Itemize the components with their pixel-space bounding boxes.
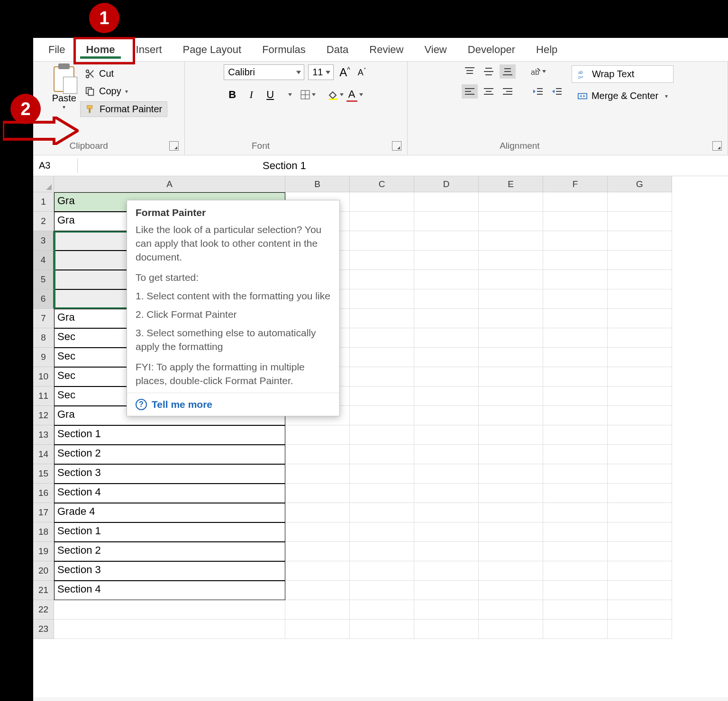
cell-F4[interactable] xyxy=(543,251,608,270)
cell-C16[interactable] xyxy=(350,484,414,503)
cell-C20[interactable] xyxy=(350,561,414,581)
cell-B19[interactable] xyxy=(285,542,350,561)
cell-F13[interactable] xyxy=(543,425,608,445)
column-header-B[interactable]: B xyxy=(285,176,350,192)
copy-dropdown-icon[interactable]: ▾ xyxy=(125,88,128,95)
cell-E18[interactable] xyxy=(479,522,543,542)
cell-B17[interactable] xyxy=(285,503,350,522)
cell-C19[interactable] xyxy=(350,542,414,561)
cell-F17[interactable] xyxy=(543,503,608,522)
cell-C1[interactable] xyxy=(350,192,414,212)
font-size-combo[interactable]: 11 xyxy=(308,64,334,80)
row-header-9[interactable]: 9 xyxy=(33,348,54,367)
column-header-A[interactable]: A xyxy=(54,176,285,192)
cut-button[interactable]: Cut xyxy=(80,66,167,81)
merge-dropdown-icon[interactable]: ▾ xyxy=(665,93,668,99)
cell-F12[interactable] xyxy=(543,406,608,425)
name-box[interactable]: A3 xyxy=(35,158,78,173)
tab-insert[interactable]: Insert xyxy=(126,39,173,61)
copy-button[interactable]: Copy ▾ xyxy=(80,84,167,99)
paste-dropdown-icon[interactable]: ▾ xyxy=(63,104,65,110)
tab-file[interactable]: File xyxy=(38,39,75,61)
clipboard-dialog-launcher[interactable] xyxy=(169,141,179,151)
cell-F1[interactable] xyxy=(543,192,608,212)
column-header-G[interactable]: G xyxy=(608,176,672,192)
cell-G1[interactable] xyxy=(608,192,672,212)
cell-A14[interactable]: Section 2 xyxy=(54,445,285,464)
cell-E11[interactable] xyxy=(479,386,543,406)
increase-indent-button[interactable] xyxy=(549,84,565,99)
paste-split-button[interactable]: Paste ▾ xyxy=(50,64,80,110)
cell-E3[interactable] xyxy=(479,231,543,251)
cell-B14[interactable] xyxy=(285,445,350,464)
tab-developer[interactable]: Developer xyxy=(457,39,526,61)
align-top-button[interactable] xyxy=(462,64,478,79)
cell-F5[interactable] xyxy=(543,270,608,289)
cell-F18[interactable] xyxy=(543,522,608,542)
cell-C21[interactable] xyxy=(350,581,414,600)
cell-E9[interactable] xyxy=(479,348,543,367)
cell-A23[interactable] xyxy=(54,620,285,639)
cell-A13[interactable]: Section 1 xyxy=(54,425,285,445)
cell-D10[interactable] xyxy=(414,367,479,386)
cell-A17[interactable]: Grade 4 xyxy=(54,503,285,522)
font-dialog-launcher[interactable] xyxy=(392,141,401,151)
orientation-button[interactable]: ab xyxy=(530,64,546,79)
row-header-20[interactable]: 20 xyxy=(33,561,54,581)
cell-F3[interactable] xyxy=(543,231,608,251)
merge-center-button[interactable]: Merge & Center ▾ xyxy=(572,88,673,104)
tab-data[interactable]: Data xyxy=(316,39,359,61)
cell-D8[interactable] xyxy=(414,328,479,348)
cell-D18[interactable] xyxy=(414,522,479,542)
cell-D6[interactable] xyxy=(414,289,479,309)
cell-F22[interactable] xyxy=(543,600,608,620)
cell-C8[interactable] xyxy=(350,328,414,348)
cell-D20[interactable] xyxy=(414,561,479,581)
cell-C18[interactable] xyxy=(350,522,414,542)
cell-D19[interactable] xyxy=(414,542,479,561)
row-header-23[interactable]: 23 xyxy=(33,620,54,639)
align-right-button[interactable] xyxy=(500,84,516,99)
row-header-3[interactable]: 3 xyxy=(33,231,54,251)
cell-G9[interactable] xyxy=(608,348,672,367)
cell-B21[interactable] xyxy=(285,581,350,600)
cell-G5[interactable] xyxy=(608,270,672,289)
cell-D5[interactable] xyxy=(414,270,479,289)
cell-A20[interactable]: Section 3 xyxy=(54,561,285,581)
cell-E10[interactable] xyxy=(479,367,543,386)
cell-C4[interactable] xyxy=(350,251,414,270)
cell-D23[interactable] xyxy=(414,620,479,639)
row-header-16[interactable]: 16 xyxy=(33,484,54,503)
font-name-combo[interactable]: Calibri xyxy=(224,64,304,80)
cell-D21[interactable] xyxy=(414,581,479,600)
cell-F14[interactable] xyxy=(543,445,608,464)
cell-G19[interactable] xyxy=(608,542,672,561)
tab-review[interactable]: Review xyxy=(359,39,414,61)
tab-page-layout[interactable]: Page Layout xyxy=(173,39,252,61)
cell-B16[interactable] xyxy=(285,484,350,503)
cell-E12[interactable] xyxy=(479,406,543,425)
cell-E8[interactable] xyxy=(479,328,543,348)
cell-E16[interactable] xyxy=(479,484,543,503)
cell-F6[interactable] xyxy=(543,289,608,309)
cell-E13[interactable] xyxy=(479,425,543,445)
align-left-button[interactable] xyxy=(462,84,478,99)
row-header-8[interactable]: 8 xyxy=(33,328,54,348)
cell-D2[interactable] xyxy=(414,212,479,231)
cell-C22[interactable] xyxy=(350,600,414,620)
cell-D13[interactable] xyxy=(414,425,479,445)
cell-G17[interactable] xyxy=(608,503,672,522)
cell-D16[interactable] xyxy=(414,484,479,503)
row-header-10[interactable]: 10 xyxy=(33,367,54,386)
cell-C5[interactable] xyxy=(350,270,414,289)
column-header-E[interactable]: E xyxy=(479,176,543,192)
cell-F9[interactable] xyxy=(543,348,608,367)
cell-D17[interactable] xyxy=(414,503,479,522)
cell-D14[interactable] xyxy=(414,445,479,464)
row-header-5[interactable]: 5 xyxy=(33,270,54,289)
tab-formulas[interactable]: Formulas xyxy=(252,39,316,61)
cell-C10[interactable] xyxy=(350,367,414,386)
cell-B18[interactable] xyxy=(285,522,350,542)
cell-G3[interactable] xyxy=(608,231,672,251)
row-header-2[interactable]: 2 xyxy=(33,212,54,231)
